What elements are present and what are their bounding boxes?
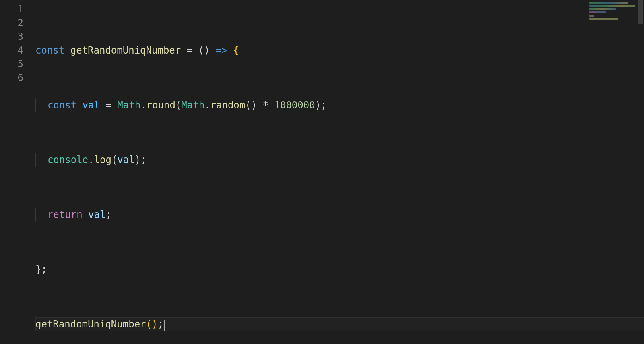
identifier: getRandomUniqNumber [70, 45, 181, 56]
code-line[interactable]: const val = Math.round(Math.random() * 1… [35, 98, 644, 112]
line-number: 5 [0, 57, 35, 71]
line-number: 3 [0, 30, 35, 44]
line-number: 1 [0, 2, 35, 16]
keyword-return: return [47, 209, 83, 220]
line-number: 6 [0, 71, 35, 85]
scrollbar-thumb[interactable] [638, 0, 643, 24]
text-cursor [164, 320, 165, 331]
line-number: 4 [0, 44, 35, 57]
code-line[interactable]: }; [35, 263, 644, 276]
code-line[interactable]: const getRandomUniqNumber = () => { [35, 44, 644, 57]
editor-scrollbar[interactable] [638, 0, 644, 344]
keyword-const: const [35, 45, 64, 56]
code-area[interactable]: const getRandomUniqNumber = () => { cons… [35, 0, 644, 344]
line-number: 2 [0, 16, 35, 30]
code-line[interactable]: console.log(val); [35, 153, 644, 167]
code-editor[interactable]: 1 2 3 4 5 6 const getRandomUniqNumber = … [0, 0, 644, 344]
keyword-const: const [47, 99, 76, 111]
line-number-gutter: 1 2 3 4 5 6 [0, 0, 35, 344]
code-line-active[interactable]: getRandomUniqNumber(); [35, 317, 644, 331]
code-line[interactable]: return val; [35, 208, 644, 222]
